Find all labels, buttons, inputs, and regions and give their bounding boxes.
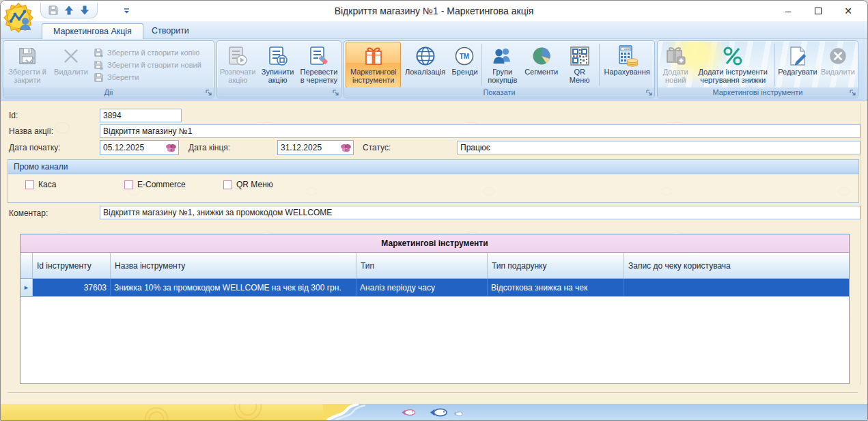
status-input[interactable] bbox=[457, 141, 860, 154]
id-label: Id: bbox=[9, 111, 18, 120]
brands-button[interactable]: TM Бренди bbox=[449, 42, 481, 88]
qat-down-button[interactable] bbox=[78, 4, 92, 17]
marketing-tools-button[interactable]: Маркетингові інструменти bbox=[346, 42, 401, 88]
dialog-launcher-icon[interactable] bbox=[204, 88, 213, 97]
people-icon bbox=[492, 45, 514, 67]
date-end-input[interactable] bbox=[278, 141, 338, 154]
checkbox-kasa-label: Каса bbox=[38, 180, 56, 189]
comment-label: Коментар: bbox=[9, 208, 48, 218]
dialog-launcher-icon[interactable] bbox=[331, 88, 340, 97]
qr-code-icon bbox=[569, 45, 591, 67]
customer-groups-button[interactable]: Групи покупців bbox=[484, 42, 521, 88]
ribbon: Зберегти й закрити Видалити Зберегти й с… bbox=[1, 39, 867, 100]
start-action-icon bbox=[227, 45, 249, 67]
save-new-icon bbox=[94, 60, 104, 70]
grid-header-receipt-note[interactable]: Запис до чеку користувача bbox=[624, 253, 849, 278]
save-icon bbox=[94, 72, 104, 83]
action-name-input[interactable] bbox=[100, 124, 860, 138]
qat-customize-button[interactable] bbox=[120, 5, 132, 17]
row-indicator-icon: ▸ bbox=[20, 279, 33, 296]
checkbox-kasa[interactable]: Каса bbox=[25, 180, 56, 189]
qat-up-button[interactable] bbox=[62, 4, 76, 17]
status-label: Статус: bbox=[363, 143, 391, 152]
start-action-label: Розпочати акцію bbox=[220, 68, 256, 84]
qr-menu-button[interactable]: QR Меню bbox=[561, 42, 598, 88]
ribbon-group-actions: Зберегти й закрити Видалити Зберегти й с… bbox=[3, 40, 214, 98]
stop-action-label: Зупинити акцію bbox=[260, 68, 296, 84]
delete-x-icon bbox=[61, 46, 81, 66]
save-copy-icon bbox=[94, 48, 104, 58]
maximize-icon bbox=[815, 8, 822, 14]
segments-button[interactable]: Сегменти bbox=[522, 42, 561, 88]
fish-icon bbox=[400, 408, 417, 417]
grid-header-gift-type[interactable]: Тип подарунку bbox=[488, 253, 624, 278]
checkbox-qr-menu[interactable]: QR Меню bbox=[223, 180, 273, 189]
promo-channels-header: Промо канали bbox=[8, 160, 858, 174]
globe-icon bbox=[415, 45, 436, 67]
accrual-button[interactable]: 0,00 Нарахування bbox=[601, 42, 653, 88]
edit-pencil-icon bbox=[787, 45, 809, 67]
comment-input[interactable] bbox=[100, 206, 860, 219]
grid-header-id[interactable]: Id інструменту bbox=[33, 253, 111, 278]
customer-groups-label: Групи покупців bbox=[485, 68, 520, 84]
date-picker-butterfly-icon[interactable] bbox=[340, 142, 352, 154]
action-name-label: Назва акції: bbox=[9, 126, 53, 136]
grid-header-type[interactable]: Тип bbox=[356, 253, 488, 278]
pie-chart-icon bbox=[531, 45, 552, 67]
minimize-button[interactable]: – bbox=[773, 1, 803, 21]
add-new-button[interactable]: Додати новий bbox=[659, 42, 692, 88]
save-close-label: Зберегти й закрити bbox=[6, 68, 48, 84]
save-new-label: Зберегти й створити новий bbox=[107, 61, 201, 69]
app-icon[interactable] bbox=[3, 2, 36, 35]
tab-marketing-action[interactable]: Маркетингова Акція bbox=[42, 23, 143, 39]
checkbox-ecommerce[interactable]: E-Commerce bbox=[124, 180, 186, 189]
id-input[interactable] bbox=[100, 109, 182, 122]
fish-icon bbox=[453, 411, 464, 417]
grid-header-name[interactable]: Назва інструменту bbox=[111, 253, 356, 278]
add-rotation-discount-label: Додати інструменти чергування знижки bbox=[694, 68, 772, 84]
promo-channels-panel: Промо канали Каса E-Commerce QR Меню bbox=[8, 159, 859, 203]
delete-tool-button[interactable]: Видалити bbox=[820, 42, 856, 88]
delete-button[interactable]: Видалити bbox=[51, 42, 92, 88]
date-start-input[interactable] bbox=[100, 141, 163, 154]
save-icon bbox=[48, 5, 59, 16]
checkbox-icon bbox=[25, 180, 34, 189]
delete-circle-icon bbox=[828, 46, 848, 66]
ribbon-group-marketing-tools: Додати новий Додати інструменти чергуван… bbox=[657, 40, 858, 98]
checkbox-qr-menu-label: QR Меню bbox=[236, 180, 273, 189]
date-start-field bbox=[100, 140, 179, 155]
dialog-launcher-icon[interactable] bbox=[645, 88, 654, 97]
trademark-icon: TM bbox=[453, 45, 475, 67]
to-draft-button[interactable]: Перевести в чернетку bbox=[298, 42, 339, 88]
close-button[interactable]: ✕ bbox=[833, 1, 863, 21]
start-action-button[interactable]: Розпочати акцію bbox=[219, 42, 257, 88]
accrual-label: Нарахування bbox=[604, 68, 649, 76]
save-new-button[interactable]: Зберегти й створити новий bbox=[94, 60, 201, 70]
save-close-button[interactable]: Зберегти й закрити bbox=[5, 42, 50, 88]
qat-save-button[interactable] bbox=[46, 4, 60, 17]
arrow-down-icon bbox=[79, 5, 90, 16]
save-copy-button[interactable]: Зберегти й створити копію bbox=[94, 48, 201, 58]
ribbon-group-state: Розпочати акцію Зупинити акцію Перевести… bbox=[216, 40, 341, 98]
save-label: Зберегти bbox=[107, 73, 139, 81]
gift-plus-icon bbox=[664, 45, 686, 67]
edit-button[interactable]: Редагувати bbox=[776, 42, 819, 88]
cell-name: Знижка 10% за промокодом WELLCOME на чек… bbox=[111, 279, 356, 296]
localization-button[interactable]: Локалізація bbox=[402, 42, 448, 88]
save-button[interactable]: Зберегти bbox=[94, 72, 201, 83]
checkbox-icon bbox=[124, 180, 133, 189]
grid-header-indicator bbox=[20, 253, 33, 278]
tab-create[interactable]: Створити bbox=[141, 23, 200, 39]
delete-tool-label: Видалити bbox=[821, 68, 855, 76]
maximize-button[interactable] bbox=[803, 1, 833, 21]
to-draft-icon bbox=[308, 45, 330, 67]
fish-icon bbox=[428, 407, 449, 418]
dialog-launcher-icon[interactable] bbox=[848, 88, 857, 97]
add-rotation-discount-button[interactable]: Додати інструменти чергування знижки bbox=[692, 42, 773, 88]
localization-label: Локалізація bbox=[405, 68, 445, 76]
form-area: Id: Назва акції: Дата початку: Дата кінц… bbox=[1, 100, 867, 405]
checkbox-icon bbox=[223, 180, 232, 189]
stop-action-button[interactable]: Зупинити акцію bbox=[258, 42, 298, 88]
grid-row-selected[interactable]: ▸ 37603 Знижка 10% за промокодом WELLCOM… bbox=[20, 279, 849, 297]
date-picker-butterfly-icon[interactable] bbox=[165, 142, 177, 154]
